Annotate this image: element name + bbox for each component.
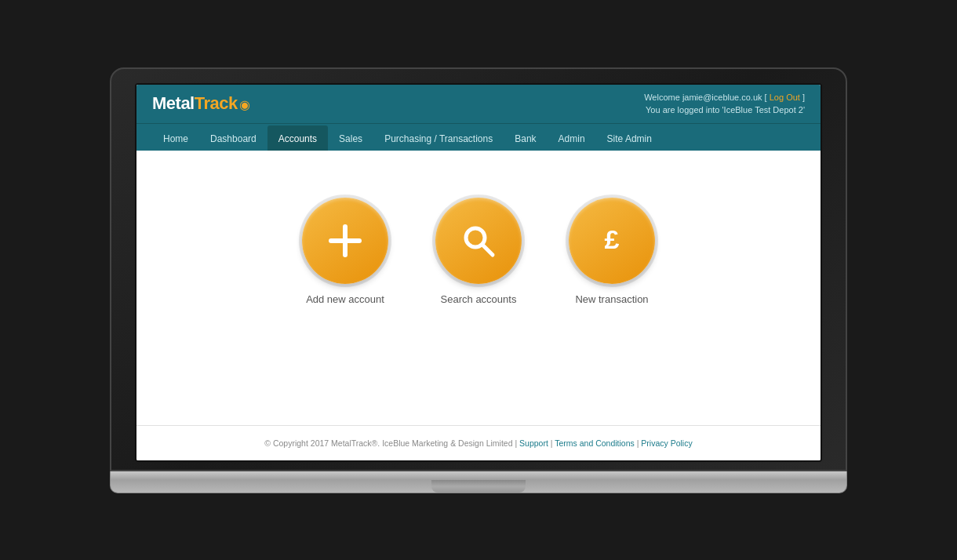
svg-line-3: [482, 245, 493, 255]
logo: MetalTrack◉: [152, 93, 250, 114]
app-header: MetalTrack◉ Welcome jamie@iceblue.co.uk …: [136, 85, 821, 151]
welcome-label: Welcome jamie@iceblue.co.uk [: [644, 93, 766, 102]
nav-site-admin[interactable]: Site Admin: [596, 125, 663, 151]
nav-admin[interactable]: Admin: [548, 125, 596, 151]
footer: © Copyright 2017 MetalTrack®. IceBlue Ma…: [136, 425, 821, 460]
search-accounts-label: Search accounts: [441, 293, 517, 305]
add-account-circle: [302, 198, 388, 284]
pound-icon: £: [591, 220, 632, 261]
nav-purchasing[interactable]: Purchasing / Transactions: [373, 125, 504, 151]
add-account-label: Add new account: [306, 293, 384, 305]
nav-dashboard[interactable]: Dashboard: [199, 125, 267, 151]
search-icon: [458, 220, 499, 261]
screen-bezel: MetalTrack◉ Welcome jamie@iceblue.co.uk …: [110, 67, 847, 471]
svg-text:£: £: [605, 224, 620, 254]
laptop-hinge: [431, 480, 526, 493]
logout-link[interactable]: Log Out: [770, 93, 800, 102]
nav-bar: Home Dashboard Accounts Sales Purchasing…: [136, 123, 821, 151]
laptop-base: [110, 471, 847, 493]
footer-tc-link[interactable]: Terms and Conditions: [555, 438, 635, 448]
laptop-shell: MetalTrack◉ Welcome jamie@iceblue.co.uk …: [110, 67, 847, 493]
search-accounts-circle: [435, 198, 522, 284]
nav-sales[interactable]: Sales: [328, 125, 373, 151]
user-info: Welcome jamie@iceblue.co.uk [ Log Out ] …: [644, 91, 805, 117]
nav-home[interactable]: Home: [152, 125, 199, 151]
actions-row: Add new account Search accounts: [302, 198, 655, 305]
footer-support-link[interactable]: Support: [519, 438, 548, 448]
new-transaction-circle: £: [569, 198, 655, 284]
screen: MetalTrack◉ Welcome jamie@iceblue.co.uk …: [135, 83, 822, 462]
search-accounts-button[interactable]: Search accounts: [435, 198, 522, 305]
nav-accounts[interactable]: Accounts: [267, 125, 328, 151]
nav-bank[interactable]: Bank: [504, 125, 547, 151]
plus-icon: [325, 220, 366, 261]
logo-metal: Metal: [152, 93, 195, 114]
new-transaction-label: New transaction: [575, 293, 648, 305]
footer-privacy-link[interactable]: Privacy Policy: [641, 438, 692, 448]
logo-track: Track: [195, 93, 238, 114]
depot-text: You are logged into 'IceBlue Test Depot …: [644, 104, 805, 117]
logo-pin-icon: ◉: [239, 97, 250, 112]
add-account-button[interactable]: Add new account: [302, 198, 388, 305]
new-transaction-button[interactable]: £ New transaction: [569, 198, 655, 305]
footer-copyright: © Copyright 2017 MetalTrack®. IceBlue Ma…: [264, 438, 517, 448]
welcome-text: Welcome jamie@iceblue.co.uk [ Log Out ]: [644, 91, 805, 104]
main-content: Add new account Search accounts: [136, 151, 821, 425]
header-top: MetalTrack◉ Welcome jamie@iceblue.co.uk …: [136, 85, 821, 123]
